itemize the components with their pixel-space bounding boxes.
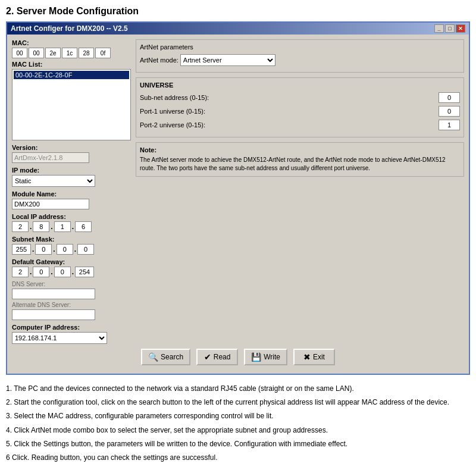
write-button[interactable]: 💾 Write: [244, 349, 287, 365]
right-panel: ArtNet parameters ArtNet mode: Artnet Se…: [136, 39, 464, 344]
instructions: 1. The PC and the devices connected to t…: [6, 383, 470, 464]
gateway-row: . . .: [12, 267, 131, 277]
instruction-6: 6 Click. Reading button, you can check t…: [6, 452, 470, 464]
maximize-button[interactable]: □: [445, 24, 455, 33]
search-icon: 🔍: [148, 352, 158, 362]
port2-row: Port-2 universe (0-15):: [140, 120, 460, 130]
ip-mode-label: IP mode:: [12, 167, 131, 174]
local-ip-label: Local IP address:: [12, 213, 131, 220]
version-label: Version:: [12, 144, 131, 151]
artnet-params-group: ArtNet parameters ArtNet mode: Artnet Se…: [136, 39, 464, 73]
gateway-label: Default Gateway:: [12, 258, 131, 265]
port1-row: Port-1 universe (0-15):: [140, 106, 460, 117]
sdot1: .: [32, 245, 34, 253]
module-name-section: Module Name:: [12, 190, 131, 209]
port1-label: Port-1 universe (0-15):: [140, 108, 439, 115]
local-ip-row: . . .: [12, 221, 131, 232]
subnet-oct2[interactable]: [35, 244, 52, 255]
version-section: Version:: [12, 144, 131, 163]
gw-oct4[interactable]: [75, 267, 94, 277]
gw-oct2[interactable]: [33, 267, 49, 277]
artnet-mode-row: ArtNet mode: Artnet Server Artnet Node: [140, 54, 460, 66]
read-icon: ✔: [204, 352, 211, 362]
version-input: [12, 152, 89, 163]
ip-mode-select[interactable]: Static DHCP: [12, 175, 95, 187]
page-heading: 2. Server Mode Configuration: [6, 6, 470, 17]
dot1: .: [30, 223, 32, 231]
read-button[interactable]: ✔ Read: [196, 349, 238, 365]
artnet-mode-select[interactable]: Artnet Server Artnet Node: [180, 54, 275, 66]
mac-field-0[interactable]: [12, 48, 27, 58]
dns-label: DNS Server:: [12, 281, 131, 287]
alt-dns-section: Alternate DNS Server:: [12, 302, 131, 320]
subnet-addr-row: Sub-net address (0-15):: [140, 92, 460, 103]
exit-button[interactable]: ✖ Exit: [293, 349, 335, 365]
gw-oct1[interactable]: [12, 267, 29, 277]
write-label: Write: [264, 353, 280, 361]
note-title: Note:: [140, 146, 460, 154]
computer-ip-section: Computer IP address: 192.168.174.1: [12, 324, 131, 344]
local-ip-section: Local IP address: . . .: [12, 213, 131, 232]
titlebar: Artnet Configer for DMX200 -- V2.5 _ □ ✕: [7, 23, 469, 35]
toolbar: 🔍 Search ✔ Read 💾 Write ✖ Exit: [12, 344, 464, 369]
universe-title: UNIVERSE: [140, 82, 460, 89]
dns-server-section: DNS Server:: [12, 281, 131, 299]
mac-field-5[interactable]: [95, 48, 111, 58]
alt-dns-input[interactable]: [12, 309, 95, 320]
search-button[interactable]: 🔍 Search: [141, 349, 190, 365]
left-panel: MAC: MAC List: 00-00-2E-1C-28-0F Version…: [12, 39, 131, 344]
window-title: Artnet Configer for DMX200 -- V2.5: [11, 24, 128, 33]
search-label: Search: [161, 353, 183, 361]
module-name-label: Module Name:: [12, 190, 131, 198]
module-name-input[interactable]: [12, 199, 89, 209]
artnet-params-title: ArtNet parameters: [140, 43, 460, 51]
window-body: MAC: MAC List: 00-00-2E-1C-28-0F Version…: [7, 35, 469, 374]
instruction-3: 3. Select the MAC address, configurable …: [6, 411, 470, 422]
ip-mode-section: IP mode: Static DHCP: [12, 167, 131, 187]
mac-field-1[interactable]: [29, 48, 44, 58]
dns-input[interactable]: [12, 289, 95, 299]
mac-list[interactable]: 00-00-2E-1C-28-0F: [12, 69, 131, 140]
note-text: The ArtNet server mode to achieve the DM…: [140, 156, 460, 173]
instruction-2: 2. Start the configuration tool, click o…: [6, 397, 470, 408]
dot2: .: [51, 223, 52, 231]
artnet-mode-label: ArtNet mode:: [140, 57, 178, 64]
sdot2: .: [53, 245, 55, 253]
port2-input[interactable]: [439, 120, 460, 130]
local-ip-oct2[interactable]: [33, 221, 49, 232]
mac-fields: [12, 48, 131, 58]
note-box: Note: The ArtNet server mode to achieve …: [136, 142, 464, 177]
exit-icon: ✖: [303, 352, 311, 362]
gdot1: .: [30, 268, 32, 276]
instruction-4: 4. Click ArtNet mode combo box to select…: [6, 425, 470, 436]
subnet-mask-row: . . .: [12, 244, 131, 255]
subnet-addr-label: Sub-net address (0-15):: [140, 94, 439, 101]
gdot2: .: [51, 268, 52, 276]
mac-field-3[interactable]: [62, 48, 77, 58]
gw-oct3[interactable]: [54, 267, 71, 277]
dot3: .: [72, 223, 74, 231]
port1-input[interactable]: [439, 106, 460, 117]
close-button[interactable]: ✕: [456, 24, 465, 33]
mac-field-4[interactable]: [79, 48, 94, 58]
subnet-oct3[interactable]: [57, 244, 73, 255]
subnet-oct1[interactable]: [12, 244, 31, 255]
exit-label: Exit: [313, 353, 325, 361]
window-controls: _ □ ✕: [434, 24, 465, 33]
instruction-5: 5. Click the Settings button, the parame…: [6, 439, 470, 450]
sdot3: .: [74, 245, 76, 253]
mac-list-label: MAC List:: [12, 61, 131, 68]
local-ip-oct4[interactable]: [75, 221, 92, 232]
universe-group: UNIVERSE Sub-net address (0-15): Port-1 …: [136, 77, 464, 137]
minimize-button[interactable]: _: [434, 24, 444, 33]
subnet-oct4[interactable]: [77, 244, 94, 255]
mac-list-item-0[interactable]: 00-00-2E-1C-28-0F: [14, 71, 129, 79]
alt-dns-label: Alternate DNS Server:: [12, 302, 131, 308]
mac-field-2[interactable]: [45, 48, 61, 58]
local-ip-oct1[interactable]: [12, 221, 29, 232]
instruction-1: 1. The PC and the devices connected to t…: [6, 383, 470, 394]
subnet-addr-input[interactable]: [439, 92, 460, 103]
computer-ip-select[interactable]: 192.168.174.1: [12, 332, 107, 344]
local-ip-oct3[interactable]: [54, 221, 71, 232]
main-layout: MAC: MAC List: 00-00-2E-1C-28-0F Version…: [12, 39, 464, 344]
